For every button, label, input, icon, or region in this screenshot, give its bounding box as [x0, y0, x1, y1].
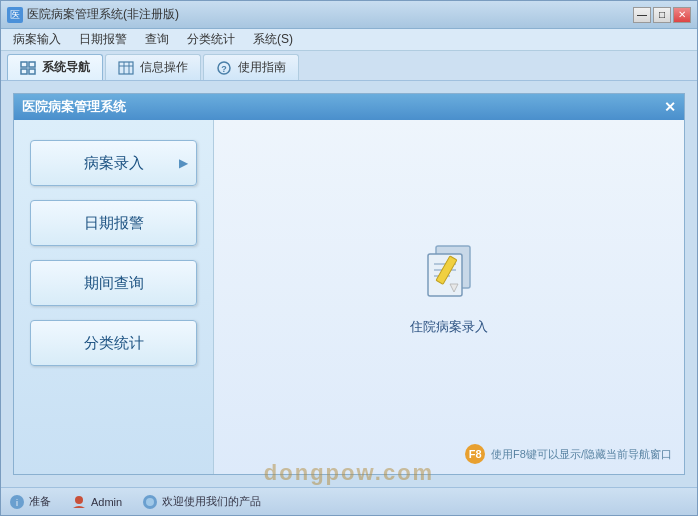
svg-rect-4 — [119, 62, 133, 74]
svg-rect-1 — [29, 62, 35, 67]
admin-icon — [71, 494, 87, 510]
status-item-ready: i 准备 — [9, 494, 51, 510]
inner-title-bar: 医院病案管理系统 ✕ — [14, 94, 684, 120]
svg-text:?: ? — [221, 64, 227, 74]
maximize-button[interactable]: □ — [653, 7, 671, 23]
menu-bar: 病案输入 日期报警 查询 分类统计 系统(S) — [1, 29, 697, 51]
close-button[interactable]: ✕ — [673, 7, 691, 23]
main-window: 医 医院病案管理系统(非注册版) — □ ✕ 病案输入 日期报警 查询 分类统计… — [0, 0, 698, 516]
inner-window-title: 医院病案管理系统 — [22, 98, 126, 116]
tab-bar: 系统导航 信息操作 ? 使用指南 — [1, 51, 697, 81]
title-bar: 医 医院病案管理系统(非注册版) — □ ✕ — [1, 1, 697, 29]
nav-btn-arrow-0: ▶ — [179, 156, 188, 170]
product-icon — [142, 494, 158, 510]
table-icon — [118, 61, 134, 75]
inner-close-button[interactable]: ✕ — [664, 99, 676, 115]
center-icon-area: 住院病案录入 — [410, 238, 488, 336]
grid-icon — [20, 61, 36, 75]
nav-btn-bingan[interactable]: 病案录入 ▶ — [30, 140, 197, 186]
content-area: 病案录入 ▶ 日期报警 期间查询 分类统计 — [14, 120, 684, 474]
menu-item-chaxun[interactable]: 查询 — [137, 29, 177, 50]
books-icon — [414, 238, 484, 308]
center-label: 住院病案录入 — [410, 318, 488, 336]
hint-text: 使用F8键可以显示/隐藏当前导航窗口 — [491, 447, 672, 462]
menu-item-xitong[interactable]: 系统(S) — [245, 29, 301, 50]
menu-item-fenlei[interactable]: 分类统计 — [179, 29, 243, 50]
minimize-button[interactable]: — — [633, 7, 651, 23]
tab-info[interactable]: 信息操作 — [105, 54, 201, 80]
svg-text:i: i — [16, 498, 18, 508]
inner-window: 医院病案管理系统 ✕ 病案录入 ▶ 日期报警 期间查询 — [13, 93, 685, 475]
app-icon: 医 — [7, 7, 23, 23]
status-bar: i 准备 Admin 欢迎使用我们的产品 — [1, 487, 697, 515]
svg-point-21 — [146, 498, 154, 506]
window-controls: — □ ✕ — [633, 7, 691, 23]
status-hint: F8 使用F8键可以显示/隐藏当前导航窗口 — [465, 444, 672, 464]
hint-icon: F8 — [465, 444, 485, 464]
title-bar-left: 医 医院病案管理系统(非注册版) — [7, 6, 179, 23]
svg-rect-0 — [21, 62, 27, 67]
tab-info-label: 信息操作 — [140, 59, 188, 76]
status-item-admin: Admin — [71, 494, 122, 510]
nav-btn-fenlei[interactable]: 分类统计 — [30, 320, 197, 366]
svg-rect-3 — [29, 69, 35, 74]
nav-btn-riqi[interactable]: 日期报警 — [30, 200, 197, 246]
menu-item-riqi[interactable]: 日期报警 — [71, 29, 135, 50]
tab-nav[interactable]: 系统导航 — [7, 54, 103, 80]
right-panel: 住院病案录入 F8 使用F8键可以显示/隐藏当前导航窗口 — [214, 120, 684, 474]
svg-rect-2 — [21, 69, 27, 74]
svg-point-19 — [75, 496, 83, 504]
tab-help[interactable]: ? 使用指南 — [203, 54, 299, 80]
window-title: 医院病案管理系统(非注册版) — [27, 6, 179, 23]
ready-icon: i — [9, 494, 25, 510]
question-icon: ? — [216, 61, 232, 75]
tab-nav-label: 系统导航 — [42, 59, 90, 76]
nav-btn-qijian[interactable]: 期间查询 — [30, 260, 197, 306]
tab-help-label: 使用指南 — [238, 59, 286, 76]
status-item-welcome: 欢迎使用我们的产品 — [142, 494, 261, 510]
menu-item-bingan[interactable]: 病案输入 — [5, 29, 69, 50]
left-nav-panel: 病案录入 ▶ 日期报警 期间查询 分类统计 — [14, 120, 214, 474]
